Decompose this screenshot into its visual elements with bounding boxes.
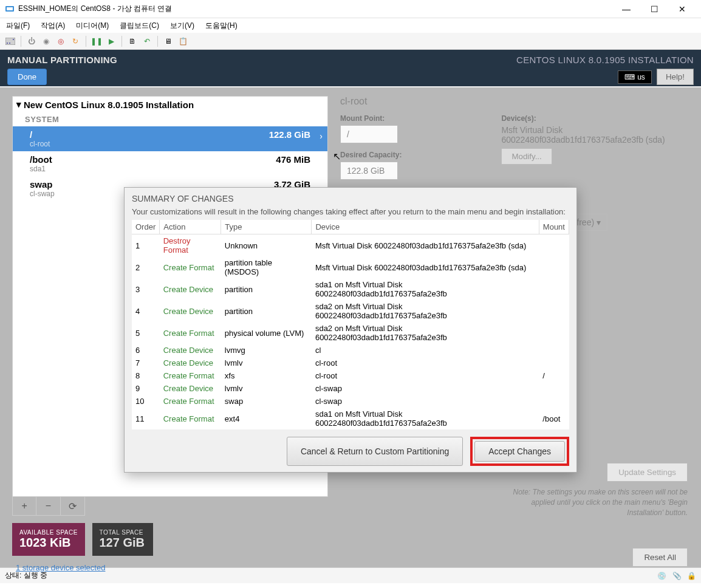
table-row[interactable]: 5Create Formatphysical volume (LVM)sda2 … bbox=[132, 322, 569, 344]
menu-view[interactable]: 보기(V) bbox=[170, 21, 194, 31]
storage-link[interactable]: 1 storage device selected bbox=[16, 563, 105, 572]
reload-button[interactable]: ⟳ bbox=[61, 497, 84, 515]
mount-input[interactable] bbox=[340, 125, 398, 143]
window-title: ESSHIN_HOME의 CentOS8 - 가상 컴퓨터 연결 bbox=[18, 4, 612, 14]
svg-rect-5 bbox=[13, 39, 14, 40]
toolbar: ⏻ ◉ ◎ ↻ ❚❚ ▶ 🗎 ↶ 🖥 📋 bbox=[0, 33, 701, 50]
menu-media[interactable]: 미디어(M) bbox=[76, 21, 109, 31]
table-row[interactable]: 10Create Formatswapcl-swap bbox=[132, 395, 569, 408]
note-text: Note: The settings you make on this scre… bbox=[505, 487, 688, 518]
maximize-button[interactable]: ☐ bbox=[640, 0, 668, 18]
modify-button[interactable]: Modify... bbox=[501, 148, 552, 165]
reset-all-button[interactable]: Reset All bbox=[632, 548, 688, 567]
menu-bar: 파일(F) 작업(A) 미디어(M) 클립보드(C) 보기(V) 도움말(H) bbox=[0, 18, 701, 33]
svg-rect-3 bbox=[7, 43, 8, 44]
tree-section: SYSTEM bbox=[13, 112, 327, 126]
remove-button[interactable]: − bbox=[36, 497, 60, 515]
detail-title: cl-root bbox=[340, 96, 689, 107]
snapshot-icon[interactable]: 🗎 bbox=[126, 35, 139, 48]
chevron-right-icon: › bbox=[320, 131, 323, 141]
changes-table: Order Action Type Device Mount 1Destroy … bbox=[132, 220, 569, 429]
keyboard-icon: ⌨ bbox=[624, 73, 635, 81]
col-order[interactable]: Order bbox=[132, 220, 160, 234]
table-row[interactable]: 8Create Formatxfscl-root/ bbox=[132, 369, 569, 382]
table-row[interactable]: 3Create Devicepartitionsda1 on Msft Virt… bbox=[132, 278, 569, 300]
reset-icon[interactable]: ↻ bbox=[69, 35, 82, 48]
cancel-button[interactable]: Cancel & Return to Custom Partitioning bbox=[287, 437, 463, 466]
menu-help[interactable]: 도움말(H) bbox=[205, 21, 238, 31]
window-titlebar: ESSHIN_HOME의 CentOS8 - 가상 컴퓨터 연결 — ☐ ✕ bbox=[0, 0, 701, 18]
available-space-box: AVAILABLE SPACE 1023 KiB bbox=[12, 523, 85, 556]
share-icon[interactable]: 📋 bbox=[176, 35, 190, 48]
disk-icon: 💿 bbox=[657, 572, 666, 580]
table-row[interactable]: 1Destroy FormatUnknownMsft Virtual Disk … bbox=[132, 234, 569, 257]
table-row[interactable]: 4Create Devicepartitionsda2 on Msft Virt… bbox=[132, 300, 569, 322]
minimize-button[interactable]: — bbox=[612, 0, 640, 18]
keyboard-indicator[interactable]: ⌨ us bbox=[618, 70, 652, 84]
accept-button[interactable]: Accept Changes bbox=[474, 441, 565, 462]
pause-icon[interactable]: ❚❚ bbox=[90, 35, 103, 48]
nic-icon: 📎 bbox=[672, 572, 682, 580]
table-row[interactable]: 6Create Devicelvmvgcl bbox=[132, 344, 569, 357]
chevron-down-icon: ▾ bbox=[16, 99, 21, 110]
summary-dialog: SUMMARY OF CHANGES Your customizations w… bbox=[124, 187, 577, 473]
installer-header: MANUAL PARTITIONING Done CENTOS LINUX 8.… bbox=[0, 50, 701, 86]
install-title: CENTOS LINUX 8.0.1905 INSTALLATION bbox=[516, 55, 694, 65]
revert-icon[interactable]: ↶ bbox=[140, 35, 154, 48]
devices-label: Device(s): bbox=[501, 114, 665, 123]
mount-row-boot[interactable]: /boot sda1 476 MiB bbox=[13, 151, 327, 176]
col-action[interactable]: Action bbox=[160, 220, 221, 234]
help-button[interactable]: Help! bbox=[657, 69, 694, 85]
device-name: Msft Virtual Disk bbox=[501, 125, 665, 135]
close-button[interactable]: ✕ bbox=[668, 0, 696, 18]
update-settings-button[interactable]: Update Settings bbox=[607, 463, 688, 482]
done-button[interactable]: Done bbox=[7, 69, 47, 85]
svg-rect-2 bbox=[5, 38, 15, 45]
table-row[interactable]: 9Create Devicelvmlvcl-swap bbox=[132, 382, 569, 395]
lock-icon: 🔒 bbox=[687, 572, 696, 580]
col-device[interactable]: Device bbox=[312, 220, 539, 234]
col-type[interactable]: Type bbox=[221, 220, 312, 234]
col-mount[interactable]: Mount bbox=[539, 220, 569, 234]
total-space-box: TOTAL SPACE 127 GiB bbox=[92, 523, 153, 556]
menu-clipboard[interactable]: 클립보드(C) bbox=[120, 21, 159, 31]
dialog-subtitle: Your customizations will result in the f… bbox=[132, 207, 569, 216]
device-id: 60022480f03dadb1fd176375afa2e3fb (sda) bbox=[501, 135, 665, 145]
tree-header[interactable]: ▾ New CentOS Linux 8.0.1905 Installation bbox=[13, 97, 327, 112]
mount-row-root[interactable]: / cl-root 122.8 GiB › bbox=[13, 126, 327, 151]
play-icon[interactable]: ▶ bbox=[104, 35, 118, 48]
add-button[interactable]: + bbox=[13, 497, 36, 515]
dialog-title: SUMMARY OF CHANGES bbox=[132, 194, 569, 203]
menu-action[interactable]: 작업(A) bbox=[41, 21, 65, 31]
poweroff2-icon[interactable]: ◎ bbox=[54, 35, 67, 48]
page-title: MANUAL PARTITIONING bbox=[7, 55, 117, 65]
ctrl-alt-del-icon[interactable] bbox=[4, 35, 17, 48]
mount-label: Mount Point: bbox=[340, 114, 402, 123]
accept-highlight: Accept Changes bbox=[470, 437, 569, 466]
capacity-input[interactable] bbox=[340, 162, 398, 180]
table-row[interactable]: 7Create Devicelvmlvcl-root bbox=[132, 357, 569, 369]
svg-rect-1 bbox=[7, 7, 13, 10]
capacity-label: Desired Capacity: bbox=[340, 151, 402, 159]
table-row[interactable]: 11Create Formatext4sda1 on Msft Virtual … bbox=[132, 408, 569, 429]
partition-actions: + − ⟳ bbox=[12, 497, 85, 516]
svg-rect-4 bbox=[9, 43, 10, 44]
table-row[interactable]: 2Create Formatpartition table (MSDOS)Msf… bbox=[132, 256, 569, 278]
power-icon[interactable]: ⏻ bbox=[25, 35, 38, 48]
menu-file[interactable]: 파일(F) bbox=[6, 21, 30, 31]
vm-icon bbox=[5, 4, 15, 14]
shutdown-icon[interactable]: ◉ bbox=[39, 35, 53, 48]
enhanced-session-icon[interactable]: 🖥 bbox=[162, 35, 175, 48]
